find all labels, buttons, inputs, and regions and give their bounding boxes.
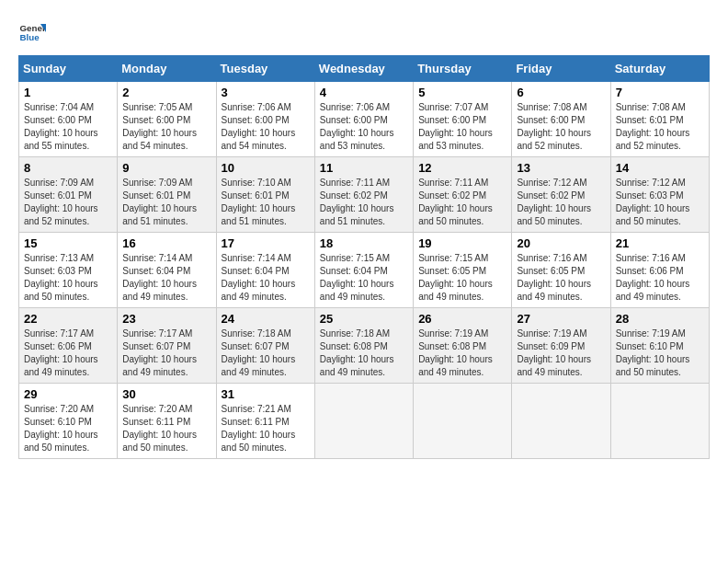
calendar-cell: 26Sunrise: 7:19 AM Sunset: 6:08 PM Dayli… bbox=[414, 308, 512, 384]
day-number: 7 bbox=[616, 86, 704, 99]
day-number: 23 bbox=[122, 312, 210, 326]
calendar-cell: 18Sunrise: 7:15 AM Sunset: 6:04 PM Dayli… bbox=[314, 233, 413, 308]
day-number: 19 bbox=[418, 236, 506, 250]
day-number: 15 bbox=[24, 236, 112, 250]
day-info: Sunrise: 7:06 AM Sunset: 6:00 PM Dayligh… bbox=[222, 101, 310, 153]
day-info: Sunrise: 7:15 AM Sunset: 6:04 PM Dayligh… bbox=[320, 252, 408, 304]
day-number: 27 bbox=[517, 312, 605, 326]
day-info: Sunrise: 7:17 AM Sunset: 6:06 PM Dayligh… bbox=[24, 327, 112, 379]
calendar-cell: 28Sunrise: 7:19 AM Sunset: 6:10 PM Dayli… bbox=[610, 308, 709, 384]
day-info: Sunrise: 7:18 AM Sunset: 6:07 PM Dayligh… bbox=[222, 327, 310, 379]
day-info: Sunrise: 7:09 AM Sunset: 6:01 PM Dayligh… bbox=[24, 177, 112, 228]
day-number: 25 bbox=[320, 312, 408, 326]
day-number: 30 bbox=[122, 387, 210, 401]
day-info: Sunrise: 7:17 AM Sunset: 6:07 PM Dayligh… bbox=[122, 327, 210, 379]
day-number: 2 bbox=[122, 86, 210, 99]
day-info: Sunrise: 7:05 AM Sunset: 6:00 PM Dayligh… bbox=[122, 101, 210, 153]
calendar-cell bbox=[314, 384, 413, 459]
day-number: 21 bbox=[616, 236, 704, 250]
calendar-cell: 21Sunrise: 7:16 AM Sunset: 6:06 PM Dayli… bbox=[610, 233, 709, 308]
day-number: 26 bbox=[418, 312, 506, 326]
calendar-cell: 15Sunrise: 7:13 AM Sunset: 6:03 PM Dayli… bbox=[19, 233, 118, 308]
day-number: 13 bbox=[517, 161, 605, 175]
day-info: Sunrise: 7:18 AM Sunset: 6:08 PM Dayligh… bbox=[320, 327, 408, 379]
day-number: 20 bbox=[517, 236, 605, 250]
calendar-cell: 27Sunrise: 7:19 AM Sunset: 6:09 PM Dayli… bbox=[512, 308, 610, 384]
week-row-1: 1Sunrise: 7:04 AM Sunset: 6:00 PM Daylig… bbox=[19, 82, 710, 157]
day-info: Sunrise: 7:16 AM Sunset: 6:06 PM Dayligh… bbox=[616, 252, 704, 304]
weekday-header-wednesday: Wednesday bbox=[314, 56, 413, 82]
day-number: 29 bbox=[24, 387, 112, 401]
day-info: Sunrise: 7:14 AM Sunset: 6:04 PM Dayligh… bbox=[222, 252, 310, 304]
calendar-cell: 22Sunrise: 7:17 AM Sunset: 6:06 PM Dayli… bbox=[19, 308, 118, 384]
day-number: 9 bbox=[122, 161, 210, 175]
day-info: Sunrise: 7:20 AM Sunset: 6:10 PM Dayligh… bbox=[24, 403, 112, 454]
day-info: Sunrise: 7:08 AM Sunset: 6:01 PM Dayligh… bbox=[616, 101, 704, 153]
week-row-4: 22Sunrise: 7:17 AM Sunset: 6:06 PM Dayli… bbox=[19, 308, 710, 384]
weekday-header-friday: Friday bbox=[512, 56, 610, 82]
week-row-5: 29Sunrise: 7:20 AM Sunset: 6:10 PM Dayli… bbox=[19, 384, 710, 459]
day-number: 6 bbox=[517, 86, 605, 99]
day-info: Sunrise: 7:19 AM Sunset: 6:09 PM Dayligh… bbox=[517, 327, 605, 379]
calendar-cell: 7Sunrise: 7:08 AM Sunset: 6:01 PM Daylig… bbox=[610, 82, 709, 157]
weekday-header-thursday: Thursday bbox=[414, 56, 512, 82]
day-info: Sunrise: 7:15 AM Sunset: 6:05 PM Dayligh… bbox=[418, 252, 506, 304]
day-info: Sunrise: 7:09 AM Sunset: 6:01 PM Dayligh… bbox=[122, 177, 210, 228]
day-info: Sunrise: 7:13 AM Sunset: 6:03 PM Dayligh… bbox=[24, 252, 112, 304]
calendar-cell: 19Sunrise: 7:15 AM Sunset: 6:05 PM Dayli… bbox=[414, 233, 512, 308]
calendar-cell: 11Sunrise: 7:11 AM Sunset: 6:02 PM Dayli… bbox=[314, 157, 413, 233]
calendar-cell: 1Sunrise: 7:04 AM Sunset: 6:00 PM Daylig… bbox=[19, 82, 118, 157]
day-number: 10 bbox=[222, 161, 310, 175]
weekday-header-monday: Monday bbox=[118, 56, 216, 82]
day-number: 18 bbox=[320, 236, 408, 250]
day-number: 5 bbox=[418, 86, 506, 99]
day-number: 1 bbox=[24, 86, 112, 99]
day-info: Sunrise: 7:19 AM Sunset: 6:10 PM Dayligh… bbox=[616, 327, 704, 379]
weekday-header-saturday: Saturday bbox=[610, 56, 709, 82]
day-info: Sunrise: 7:19 AM Sunset: 6:08 PM Dayligh… bbox=[418, 327, 506, 379]
day-info: Sunrise: 7:06 AM Sunset: 6:00 PM Dayligh… bbox=[320, 101, 408, 153]
weekday-header-sunday: Sunday bbox=[19, 56, 118, 82]
svg-text:Blue: Blue bbox=[20, 32, 40, 42]
calendar-cell: 24Sunrise: 7:18 AM Sunset: 6:07 PM Dayli… bbox=[216, 308, 314, 384]
day-info: Sunrise: 7:14 AM Sunset: 6:04 PM Dayligh… bbox=[122, 252, 210, 304]
calendar-cell: 29Sunrise: 7:20 AM Sunset: 6:10 PM Dayli… bbox=[19, 384, 118, 459]
logo: General Blue bbox=[18, 18, 46, 46]
day-number: 17 bbox=[222, 236, 310, 250]
day-number: 14 bbox=[616, 161, 704, 175]
calendar-cell: 25Sunrise: 7:18 AM Sunset: 6:08 PM Dayli… bbox=[314, 308, 413, 384]
day-info: Sunrise: 7:12 AM Sunset: 6:03 PM Dayligh… bbox=[616, 177, 704, 228]
calendar-cell bbox=[512, 384, 610, 459]
calendar-cell: 17Sunrise: 7:14 AM Sunset: 6:04 PM Dayli… bbox=[216, 233, 314, 308]
day-info: Sunrise: 7:04 AM Sunset: 6:00 PM Dayligh… bbox=[24, 101, 112, 153]
calendar-cell: 10Sunrise: 7:10 AM Sunset: 6:01 PM Dayli… bbox=[216, 157, 314, 233]
week-row-3: 15Sunrise: 7:13 AM Sunset: 6:03 PM Dayli… bbox=[19, 233, 710, 308]
logo-icon: General Blue bbox=[18, 18, 46, 46]
calendar: SundayMondayTuesdayWednesdayThursdayFrid… bbox=[18, 55, 710, 459]
calendar-cell: 13Sunrise: 7:12 AM Sunset: 6:02 PM Dayli… bbox=[512, 157, 610, 233]
day-info: Sunrise: 7:12 AM Sunset: 6:02 PM Dayligh… bbox=[517, 177, 605, 228]
day-info: Sunrise: 7:07 AM Sunset: 6:00 PM Dayligh… bbox=[418, 101, 506, 153]
calendar-cell: 20Sunrise: 7:16 AM Sunset: 6:05 PM Dayli… bbox=[512, 233, 610, 308]
header-area: General Blue bbox=[18, 18, 710, 46]
day-number: 24 bbox=[222, 312, 310, 326]
weekday-header-row: SundayMondayTuesdayWednesdayThursdayFrid… bbox=[19, 56, 710, 82]
calendar-cell: 14Sunrise: 7:12 AM Sunset: 6:03 PM Dayli… bbox=[610, 157, 709, 233]
day-number: 31 bbox=[222, 387, 310, 401]
calendar-cell: 12Sunrise: 7:11 AM Sunset: 6:02 PM Dayli… bbox=[414, 157, 512, 233]
day-number: 11 bbox=[320, 161, 408, 175]
calendar-cell bbox=[610, 384, 709, 459]
calendar-cell: 2Sunrise: 7:05 AM Sunset: 6:00 PM Daylig… bbox=[118, 82, 216, 157]
calendar-cell: 6Sunrise: 7:08 AM Sunset: 6:00 PM Daylig… bbox=[512, 82, 610, 157]
calendar-cell: 30Sunrise: 7:20 AM Sunset: 6:11 PM Dayli… bbox=[118, 384, 216, 459]
calendar-cell: 9Sunrise: 7:09 AM Sunset: 6:01 PM Daylig… bbox=[118, 157, 216, 233]
calendar-cell: 31Sunrise: 7:21 AM Sunset: 6:11 PM Dayli… bbox=[216, 384, 314, 459]
day-info: Sunrise: 7:21 AM Sunset: 6:11 PM Dayligh… bbox=[222, 403, 310, 454]
calendar-cell: 8Sunrise: 7:09 AM Sunset: 6:01 PM Daylig… bbox=[19, 157, 118, 233]
day-info: Sunrise: 7:16 AM Sunset: 6:05 PM Dayligh… bbox=[517, 252, 605, 304]
calendar-cell: 5Sunrise: 7:07 AM Sunset: 6:00 PM Daylig… bbox=[414, 82, 512, 157]
day-number: 8 bbox=[24, 161, 112, 175]
calendar-cell: 3Sunrise: 7:06 AM Sunset: 6:00 PM Daylig… bbox=[216, 82, 314, 157]
day-info: Sunrise: 7:08 AM Sunset: 6:00 PM Dayligh… bbox=[517, 101, 605, 153]
day-number: 22 bbox=[24, 312, 112, 326]
